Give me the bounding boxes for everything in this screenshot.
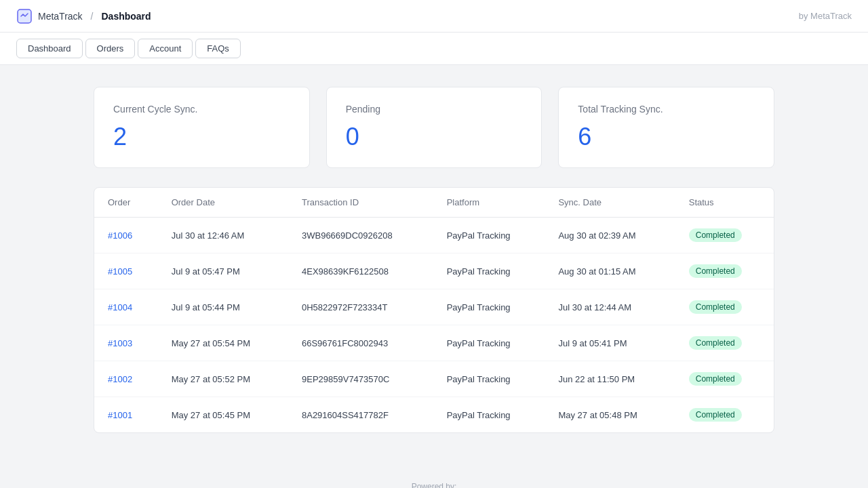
stat-card-current-cycle-sync: Current Cycle Sync. 2 [94, 87, 310, 168]
stat-card-pending: Pending 0 [326, 87, 542, 168]
cell-platform-3: PayPal Tracking [433, 325, 545, 361]
header-by: by MetaTrack [799, 11, 852, 21]
cell-order-date-5: May 27 at 05:45 PM [158, 397, 288, 433]
nav-faqs[interactable]: FAQs [195, 39, 241, 58]
cell-sync-date-5: May 27 at 05:48 PM [545, 397, 675, 433]
cell-status-5: Completed [675, 397, 774, 433]
cell-platform-1: PayPal Tracking [433, 253, 545, 289]
cell-transaction-id-1: 4EX98639KF6122508 [288, 253, 433, 289]
col-transaction-id: Transaction ID [288, 188, 433, 218]
cell-transaction-id-4: 9EP29859V7473570C [288, 361, 433, 397]
col-sync-date: Sync. Date [545, 188, 675, 218]
table-row: #1004 Jul 9 at 05:44 PM 0H5822972F723334… [94, 289, 774, 325]
cell-sync-date-2: Jul 30 at 12:44 AM [545, 289, 675, 325]
header-left: MetaTrack / Dashboard [16, 8, 151, 24]
cell-sync-date-0: Aug 30 at 02:39 AM [545, 218, 675, 253]
status-badge-0: Completed [689, 228, 742, 242]
table-row: #1002 May 27 at 05:52 PM 9EP29859V747357… [94, 361, 774, 397]
table-row: #1003 May 27 at 05:54 PM 66S96761FC80029… [94, 325, 774, 361]
stat-label-total-tracking-sync: Total Tracking Sync. [578, 104, 755, 115]
header: MetaTrack / Dashboard by MetaTrack [0, 0, 868, 33]
footer: Powered by: MetaTrack [0, 455, 868, 488]
status-badge-3: Completed [689, 336, 742, 350]
cell-status-0: Completed [675, 218, 774, 253]
status-badge-2: Completed [689, 300, 742, 314]
cell-status-1: Completed [675, 253, 774, 289]
cell-order-date-4: May 27 at 05:52 PM [158, 361, 288, 397]
cell-status-3: Completed [675, 325, 774, 361]
status-badge-4: Completed [689, 372, 742, 386]
cell-platform-2: PayPal Tracking [433, 289, 545, 325]
table-row: #1005 Jul 9 at 05:47 PM 4EX98639KF612250… [94, 253, 774, 289]
order-link-3[interactable]: #1003 [108, 338, 132, 348]
cell-status-4: Completed [675, 361, 774, 397]
nav-account[interactable]: Account [138, 39, 193, 58]
col-status: Status [675, 188, 774, 218]
orders-table-container: Order Order Date Transaction ID Platform… [94, 187, 774, 433]
table-row: #1001 May 27 at 05:45 PM 8A291604SS41778… [94, 397, 774, 433]
cell-order-date-3: May 27 at 05:54 PM [158, 325, 288, 361]
cell-order-5[interactable]: #1001 [94, 397, 158, 433]
order-link-0[interactable]: #1006 [108, 230, 132, 241]
cell-sync-date-1: Aug 30 at 01:15 AM [545, 253, 675, 289]
status-badge-5: Completed [689, 408, 742, 422]
stat-value-total-tracking-sync: 6 [578, 123, 755, 151]
stats-row: Current Cycle Sync. 2 Pending 0 Total Tr… [94, 87, 774, 168]
col-platform: Platform [433, 188, 545, 218]
cell-transaction-id-3: 66S96761FC8002943 [288, 325, 433, 361]
cell-sync-date-3: Jul 9 at 05:41 PM [545, 325, 675, 361]
main-content: Current Cycle Sync. 2 Pending 0 Total Tr… [61, 65, 807, 455]
cell-transaction-id-5: 8A291604SS417782F [288, 397, 433, 433]
cell-order-1[interactable]: #1005 [94, 253, 158, 289]
navigation: Dashboard Orders Account FAQs [0, 33, 868, 65]
table-header-row: Order Order Date Transaction ID Platform… [94, 188, 774, 218]
cell-platform-4: PayPal Tracking [433, 361, 545, 397]
order-link-5[interactable]: #1001 [108, 410, 132, 420]
table-header: Order Order Date Transaction ID Platform… [94, 188, 774, 218]
nav-orders[interactable]: Orders [85, 39, 136, 58]
stat-label-pending: Pending [346, 104, 523, 115]
nav-dashboard[interactable]: Dashboard [16, 39, 83, 58]
metatrack-logo-icon [16, 8, 33, 24]
cell-order-date-0: Jul 30 at 12:46 AM [158, 218, 288, 253]
header-separator: / [91, 11, 94, 22]
order-link-2[interactable]: #1004 [108, 302, 132, 312]
stat-value-pending: 0 [346, 123, 523, 151]
table-row: #1006 Jul 30 at 12:46 AM 3WB96669DC09262… [94, 218, 774, 253]
footer-powered-by: Powered by: [412, 482, 457, 488]
order-link-4[interactable]: #1002 [108, 374, 132, 384]
cell-status-2: Completed [675, 289, 774, 325]
table-body: #1006 Jul 30 at 12:46 AM 3WB96669DC09262… [94, 218, 774, 433]
header-brand: MetaTrack [38, 11, 83, 22]
cell-order-3[interactable]: #1003 [94, 325, 158, 361]
cell-order-0[interactable]: #1006 [94, 218, 158, 253]
cell-platform-5: PayPal Tracking [433, 397, 545, 433]
cell-sync-date-4: Jun 22 at 11:50 PM [545, 361, 675, 397]
cell-order-2[interactable]: #1004 [94, 289, 158, 325]
stat-value-current-cycle-sync: 2 [113, 123, 290, 151]
cell-order-date-1: Jul 9 at 05:47 PM [158, 253, 288, 289]
stat-label-current-cycle-sync: Current Cycle Sync. [113, 104, 290, 115]
cell-order-date-2: Jul 9 at 05:44 PM [158, 289, 288, 325]
col-order: Order [94, 188, 158, 218]
header-page: Dashboard [102, 11, 151, 22]
cell-transaction-id-2: 0H5822972F723334T [288, 289, 433, 325]
col-order-date: Order Date [158, 188, 288, 218]
cell-platform-0: PayPal Tracking [433, 218, 545, 253]
stat-card-total-tracking-sync: Total Tracking Sync. 6 [558, 87, 774, 168]
cell-transaction-id-0: 3WB96669DC0926208 [288, 218, 433, 253]
status-badge-1: Completed [689, 264, 742, 278]
orders-table: Order Order Date Transaction ID Platform… [94, 188, 774, 432]
order-link-1[interactable]: #1005 [108, 266, 132, 277]
cell-order-4[interactable]: #1002 [94, 361, 158, 397]
